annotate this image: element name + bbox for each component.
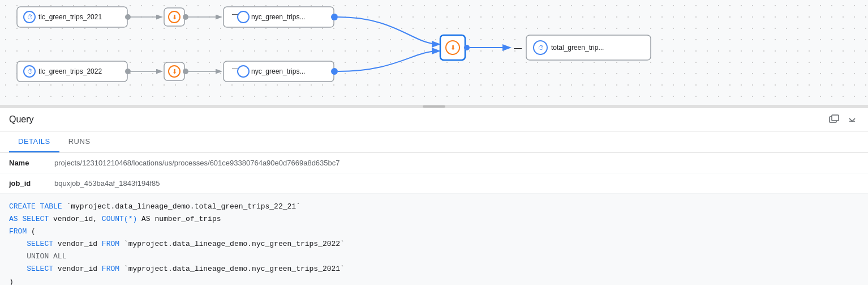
bottom-panel: Query DETAILS RUNS Name projects/1231: [0, 108, 868, 285]
collapse-icon[interactable]: [845, 113, 859, 126]
code-area: CREATE TABLE `myproject.data_lineage_dem…: [0, 194, 868, 285]
node-label-nyc2021: nyc_green_trips...: [251, 13, 305, 21]
svg-text:⬇: ⬇: [172, 14, 177, 20]
code-table-name: `myproject.data_lineage_demo.total_green…: [62, 202, 300, 211]
panel-actions: [827, 113, 859, 126]
svg-text:⏱: ⏱: [27, 14, 33, 20]
code-line-3: FROM (: [9, 226, 859, 238]
name-value: projects/123101210468/locations/us/proce…: [54, 159, 340, 167]
jobid-value: bquxjob_453ba4af_1843f194f85: [54, 179, 160, 188]
svg-point-6: [183, 14, 188, 20]
expand-icon[interactable]: [827, 113, 841, 126]
node-label-total: total_green_trip...: [551, 44, 604, 52]
tabs: DETAILS RUNS: [0, 131, 868, 153]
code-line-2: AS SELECT vendor_id, COUNT(*) AS number_…: [9, 213, 859, 226]
details-table: Name projects/123101210468/locations/us/…: [0, 153, 868, 194]
svg-point-10: [331, 14, 338, 20]
svg-point-24: [464, 45, 470, 50]
svg-point-2: [125, 14, 131, 20]
kw-from: FROM: [9, 227, 27, 236]
tab-details[interactable]: DETAILS: [9, 131, 59, 152]
svg-rect-30: [832, 115, 839, 121]
name-label: Name: [9, 159, 54, 167]
code-line-1: CREATE TABLE `myproject.data_lineage_dem…: [9, 201, 859, 213]
svg-point-21: [331, 68, 338, 75]
code-line-7: ): [9, 276, 859, 285]
code-line-4: SELECT vendor_id FROM `myproject.data_li…: [9, 238, 859, 250]
svg-point-17: [183, 69, 188, 74]
kw-create: CREATE TABLE: [9, 202, 62, 211]
svg-text:⏱: ⏱: [27, 68, 33, 75]
code-line-5: UNION ALL: [9, 250, 859, 263]
svg-text:⬇: ⬇: [450, 44, 456, 51]
node-label-nyc2022: nyc_green_trips...: [251, 67, 305, 75]
node-label-tlc2022: tlc_green_trips_2022: [38, 67, 102, 75]
detail-row-name: Name projects/123101210468/locations/us/…: [0, 153, 868, 173]
code-line-6: SELECT vendor_id FROM `myproject.data_li…: [9, 263, 859, 275]
node-label-tlc2021: tlc_green_trips_2021: [38, 13, 102, 21]
svg-text:⏱: ⏱: [538, 44, 544, 51]
svg-text:—: —: [514, 43, 522, 52]
kw-as-select: AS SELECT: [9, 215, 49, 223]
panel-title: Query: [9, 114, 34, 125]
pipeline-canvas: ⏱ tlc_green_trips_2021 ⬇ — nyc_green_tri…: [0, 0, 868, 105]
jobid-label: job_id: [9, 179, 54, 188]
divider-handle: [423, 105, 445, 108]
panel-header: Query: [0, 108, 868, 131]
detail-row-jobid: job_id bquxjob_453ba4af_1843f194f85: [0, 173, 868, 194]
svg-text:⬇: ⬇: [172, 68, 177, 75]
tab-runs[interactable]: RUNS: [59, 131, 100, 152]
svg-point-13: [125, 69, 131, 74]
